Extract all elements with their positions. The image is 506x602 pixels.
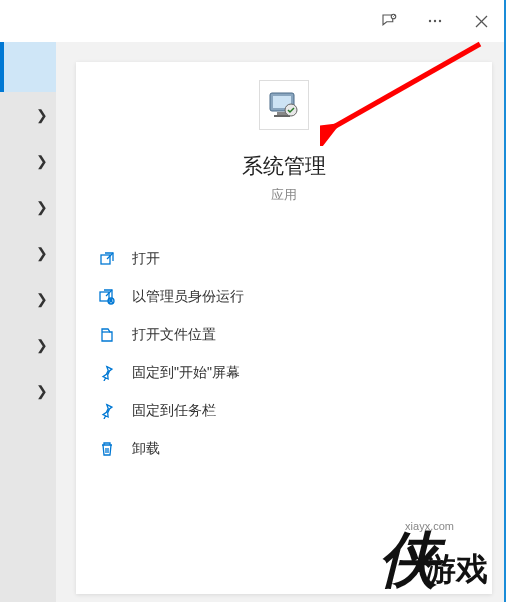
- chevron-right-icon: ❯: [36, 199, 48, 215]
- menu-label: 固定到"开始"屏幕: [132, 364, 240, 382]
- pin-taskbar-icon: [98, 402, 116, 420]
- chevron-right-icon: ❯: [36, 107, 48, 123]
- sidebar-item[interactable]: ❯: [0, 184, 56, 230]
- svg-point-14: [110, 299, 112, 301]
- svg-point-3: [439, 20, 441, 22]
- open-icon: [98, 250, 116, 268]
- menu-open[interactable]: 打开: [76, 240, 492, 278]
- app-hero: 系统管理 应用: [76, 62, 492, 204]
- menu-uninstall[interactable]: 卸载: [76, 430, 492, 468]
- svg-rect-11: [101, 255, 110, 264]
- app-subtitle: 应用: [76, 186, 492, 204]
- chevron-right-icon: ❯: [36, 383, 48, 399]
- feedback-button[interactable]: [366, 0, 412, 42]
- sidebar-item-selected[interactable]: [0, 42, 56, 92]
- close-button[interactable]: [458, 0, 504, 42]
- left-sidebar: ❯ ❯ ❯ ❯ ❯ ❯ ❯: [0, 42, 56, 602]
- chevron-right-icon: ❯: [36, 337, 48, 353]
- menu-open-location[interactable]: 打开文件位置: [76, 316, 492, 354]
- chevron-right-icon: ❯: [36, 245, 48, 261]
- svg-point-2: [434, 20, 436, 22]
- sidebar-item[interactable]: ❯: [0, 230, 56, 276]
- menu-label: 打开文件位置: [132, 326, 216, 344]
- menu-pin-start[interactable]: 固定到"开始"屏幕: [76, 354, 492, 392]
- admin-icon: [98, 288, 116, 306]
- menu-run-as-admin[interactable]: 以管理员身份运行: [76, 278, 492, 316]
- title-bar: [0, 0, 504, 42]
- sidebar-item[interactable]: ❯: [0, 368, 56, 414]
- app-details-panel: 系统管理 应用 打开 以管理员身份运行: [76, 62, 492, 594]
- folder-icon: [98, 326, 116, 344]
- menu-label: 卸载: [132, 440, 160, 458]
- uninstall-icon: [98, 440, 116, 458]
- context-menu: 打开 以管理员身份运行 打开文件位置: [76, 240, 492, 468]
- menu-label: 打开: [132, 250, 160, 268]
- sidebar-item[interactable]: ❯: [0, 276, 56, 322]
- more-button[interactable]: [412, 0, 458, 42]
- sidebar-item[interactable]: ❯: [0, 322, 56, 368]
- app-icon: [268, 89, 300, 121]
- app-title: 系统管理: [76, 152, 492, 180]
- menu-label: 固定到任务栏: [132, 402, 216, 420]
- app-icon-tile: [259, 80, 309, 130]
- svg-point-1: [429, 20, 431, 22]
- chevron-right-icon: ❯: [36, 291, 48, 307]
- sidebar-item[interactable]: ❯: [0, 138, 56, 184]
- pin-start-icon: [98, 364, 116, 382]
- menu-label: 以管理员身份运行: [132, 288, 244, 306]
- sidebar-item[interactable]: ❯: [0, 92, 56, 138]
- chevron-right-icon: ❯: [36, 153, 48, 169]
- menu-pin-taskbar[interactable]: 固定到任务栏: [76, 392, 492, 430]
